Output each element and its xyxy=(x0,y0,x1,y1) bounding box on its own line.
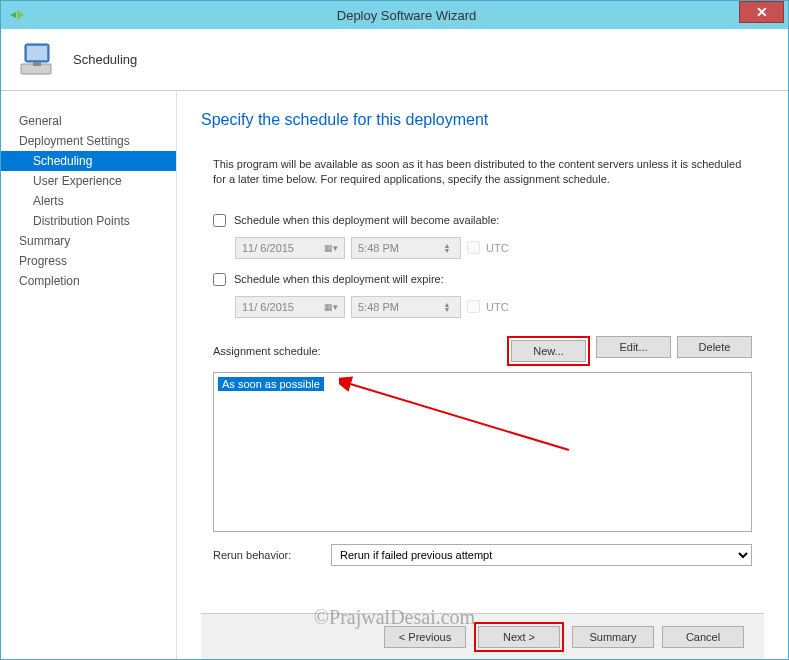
annotation-arrow xyxy=(339,375,579,465)
expire-check-row: Schedule when this deployment will expir… xyxy=(213,273,752,286)
utc-label-1: UTC xyxy=(486,242,509,254)
expire-date-input[interactable]: 11/ 6/2015 ▦▾ xyxy=(235,296,345,318)
wizard-header: Scheduling xyxy=(1,29,788,91)
spinner-icon: ▲▼ xyxy=(440,302,454,312)
sidebar-item-distribution-points[interactable]: Distribution Points xyxy=(1,211,176,231)
cancel-button[interactable]: Cancel xyxy=(662,626,744,648)
available-check-row: Schedule when this deployment will becom… xyxy=(213,214,752,227)
svg-rect-1 xyxy=(27,46,47,60)
assignment-listbox[interactable]: As soon as possible xyxy=(213,372,752,532)
sidebar-item-summary[interactable]: Summary xyxy=(1,231,176,251)
sidebar-item-deployment-settings[interactable]: Deployment Settings xyxy=(1,131,176,151)
content-panel: Specify the schedule for this deployment… xyxy=(177,91,788,659)
expire-time-input[interactable]: 5:48 PM ▲▼ xyxy=(351,296,461,318)
available-checkbox[interactable] xyxy=(213,214,226,227)
page-header-title: Scheduling xyxy=(73,52,137,67)
sidebar-item-alerts[interactable]: Alerts xyxy=(1,191,176,211)
spinner-icon: ▲▼ xyxy=(440,243,454,253)
calendar-icon: ▦▾ xyxy=(324,302,338,312)
assignment-row: Assignment schedule: New... Edit... Dele… xyxy=(213,336,752,366)
app-icon xyxy=(9,8,25,22)
expire-label: Schedule when this deployment will expir… xyxy=(234,273,444,285)
description-text: This program will be available as soon a… xyxy=(201,157,764,188)
sidebar-item-user-experience[interactable]: User Experience xyxy=(1,171,176,191)
next-button[interactable]: Next > xyxy=(478,626,560,648)
svg-rect-3 xyxy=(33,62,41,66)
edit-button[interactable]: Edit... xyxy=(596,336,671,358)
sidebar-item-scheduling[interactable]: Scheduling xyxy=(1,151,176,171)
available-label: Schedule when this deployment will becom… xyxy=(234,214,499,226)
page-title: Specify the schedule for this deployment xyxy=(201,111,764,129)
calendar-icon: ▦▾ xyxy=(324,243,338,253)
expire-date-row: 11/ 6/2015 ▦▾ 5:48 PM ▲▼ UTC xyxy=(235,296,752,318)
wizard-body: General Deployment Settings Scheduling U… xyxy=(1,91,788,659)
summary-button[interactable]: Summary xyxy=(572,626,654,648)
available-date-input[interactable]: 11/ 6/2015 ▦▾ xyxy=(235,237,345,259)
close-button[interactable]: ✕ xyxy=(739,1,784,23)
available-time-input[interactable]: 5:48 PM ▲▼ xyxy=(351,237,461,259)
utc-label-2: UTC xyxy=(486,301,509,313)
computer-icon xyxy=(19,40,59,80)
sidebar: General Deployment Settings Scheduling U… xyxy=(1,91,177,659)
available-date-row: 11/ 6/2015 ▦▾ 5:48 PM ▲▼ UTC xyxy=(235,237,752,259)
close-icon: ✕ xyxy=(756,4,768,20)
sidebar-item-completion[interactable]: Completion xyxy=(1,271,176,291)
previous-button[interactable]: < Previous xyxy=(384,626,466,648)
wizard-window: Deploy Software Wizard ✕ Scheduling Gene… xyxy=(0,0,789,660)
utc-checkbox-2 xyxy=(467,300,480,313)
window-title: Deploy Software Wizard xyxy=(25,8,788,23)
footer: < Previous Next > Summary Cancel xyxy=(201,613,764,659)
rerun-row: Rerun behavior: Rerun if failed previous… xyxy=(213,544,752,566)
delete-button[interactable]: Delete xyxy=(677,336,752,358)
titlebar[interactable]: Deploy Software Wizard ✕ xyxy=(1,1,788,29)
utc-checkbox-1 xyxy=(467,241,480,254)
assignment-label: Assignment schedule: xyxy=(213,345,507,357)
sidebar-item-general[interactable]: General xyxy=(1,111,176,131)
expire-checkbox[interactable] xyxy=(213,273,226,286)
new-button[interactable]: New... xyxy=(511,340,586,362)
next-button-highlight: Next > xyxy=(474,622,564,652)
svg-line-5 xyxy=(347,383,569,450)
list-item[interactable]: As soon as possible xyxy=(218,377,324,391)
rerun-select[interactable]: Rerun if failed previous attempt xyxy=(331,544,752,566)
sidebar-item-progress[interactable]: Progress xyxy=(1,251,176,271)
new-button-highlight: New... xyxy=(507,336,590,366)
rerun-label: Rerun behavior: xyxy=(213,549,331,561)
assignment-buttons: New... Edit... Delete xyxy=(507,336,752,366)
